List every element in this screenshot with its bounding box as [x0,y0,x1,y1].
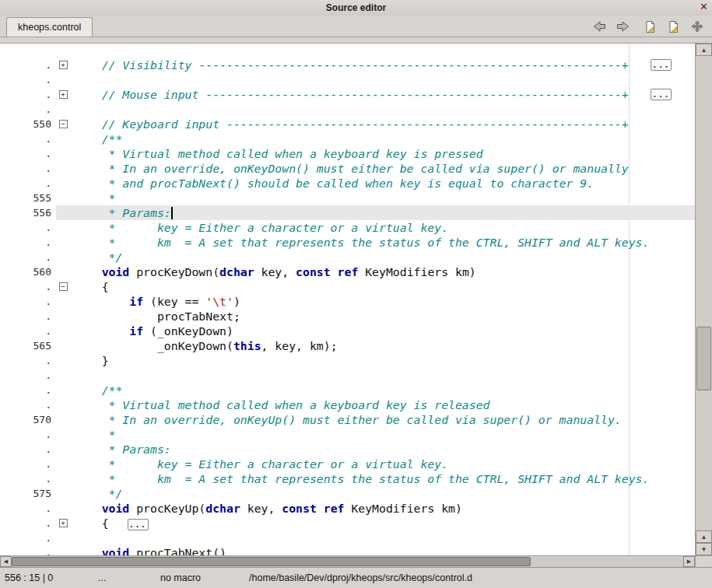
code-text[interactable]: * key = Either a character or a virtual … [70,457,448,471]
code-line[interactable]: . [0,530,695,545]
code-line[interactable]: 565 _onKeyDown(this, key, km); [0,338,695,353]
code-text[interactable]: {... [70,516,149,530]
code-line[interactable]: . * key = Either a character or a virtua… [0,457,695,471]
code-text[interactable] [70,368,74,383]
code-line[interactable]: . [0,72,695,87]
code-line[interactable]: . * [0,427,695,442]
scroll-up-button-2[interactable]: ▲ [696,530,712,543]
code-token [74,265,102,278]
code-line[interactable]: .+ // Visibility -----------------------… [0,58,695,72]
code-line[interactable]: 575 */ [0,486,695,501]
horizontal-scroll-track[interactable] [12,556,683,567]
code-line[interactable]: 556 * Params: [0,205,695,220]
go-forward-button[interactable] [616,19,630,33]
folded-code-ellipsis[interactable]: ... [651,59,672,71]
code-text[interactable]: /** [70,131,122,146]
code-text[interactable]: * In an override, onKeyUp() must either … [70,412,622,427]
horizontal-scroll-thumb[interactable] [12,557,531,566]
line-body: * km = A set that represents the status … [56,235,695,250]
code-pane[interactable]: .+ // Visibility -----------------------… [0,44,695,555]
code-text[interactable]: if (key == '\t') [70,294,240,309]
code-text[interactable]: * [70,427,115,442]
code-line[interactable]: . * Params: [0,442,695,457]
code-line[interactable]: . * Virtual method called when a keyboar… [0,146,695,161]
code-line[interactable]: . procTabNext; [0,309,695,324]
code-text[interactable]: void procKeyDown(dchar key, const ref Ke… [70,264,476,279]
code-line[interactable]: .+ {... [0,516,695,530]
code-line[interactable]: 560 void procKeyDown(dchar key, const re… [0,264,695,279]
code-line[interactable]: . * In an override, onKeyDown() must eit… [0,161,695,176]
code-text[interactable]: * In an override, onKeyDown() must eithe… [70,161,629,176]
code-text[interactable]: */ [70,486,122,501]
code-text[interactable]: // Visibility --------------------------… [70,58,629,72]
code-line[interactable]: . [0,102,695,117]
code-line[interactable]: . } [0,353,695,368]
code-text[interactable]: } [70,353,109,368]
code-text[interactable]: void procKeyUp(dchar key, const ref KeyM… [70,501,462,516]
go-back-button[interactable] [592,19,607,33]
code-line[interactable]: . * key = Either a character or a virtua… [0,220,695,235]
scroll-right-button[interactable]: ▶ [683,556,695,567]
code-text[interactable]: */ [70,250,122,264]
code-text[interactable] [70,530,74,545]
code-area[interactable]: .+ // Visibility -----------------------… [0,44,695,555]
code-text[interactable]: * [70,191,115,205]
code-line[interactable]: . * and procTabNext() should be called w… [0,176,695,191]
code-line[interactable]: . * km = A set that represents the statu… [0,471,695,486]
code-text[interactable]: // Keyboard input ----------------------… [70,117,629,131]
scroll-left-button[interactable]: ◀ [0,556,12,567]
document-open-button[interactable] [643,19,658,33]
code-text[interactable]: * Virtual method called when a keyboard … [70,397,490,412]
code-line[interactable]: . /** [0,131,695,146]
code-text[interactable]: * km = A set that represents the status … [70,471,649,486]
code-text[interactable]: * Params: [70,442,171,457]
code-text[interactable]: /** [70,383,122,397]
code-text[interactable]: * Params: [70,205,173,220]
code-line[interactable]: .− { [0,279,695,294]
code-text[interactable]: void procTabNext() [70,545,226,555]
scroll-up-button[interactable]: ▲ [696,44,712,56]
code-line[interactable]: 570 * In an override, onKeyUp() must eit… [0,412,695,427]
code-text[interactable]: { [70,279,109,294]
code-line[interactable]: . [0,368,695,383]
code-line[interactable]: 550− // Keyboard input -----------------… [0,117,695,131]
code-text[interactable]: _onKeyDown(this, key, km); [70,338,338,353]
code-text[interactable]: * key = Either a character or a virtual … [70,220,448,235]
code-text[interactable] [70,102,74,117]
code-line[interactable]: .+ // Mouse input ----------------------… [0,87,695,102]
fold-toggle-icon[interactable]: − [59,282,68,291]
vertical-scrollbar[interactable]: ▲ ▲ ▼ [695,44,712,555]
code-line[interactable]: 555 * [0,191,695,205]
document-edit-icon [668,20,680,33]
code-line[interactable]: . void procKeyUp(dchar key, const ref Ke… [0,501,695,516]
folded-code-ellipsis[interactable]: ... [651,89,672,100]
tab-kheops-control[interactable]: kheops.control [6,17,93,37]
fold-toggle-icon[interactable]: − [59,120,68,128]
code-text[interactable]: * km = A set that represents the status … [70,235,649,250]
code-token: * Params: [74,443,171,456]
code-line[interactable]: . */ [0,250,695,264]
document-save-button[interactable] [666,19,681,33]
code-text[interactable]: * Virtual method called when a keyboard … [70,146,483,161]
code-text[interactable]: procTabNext; [70,309,240,324]
code-line[interactable]: . * Virtual method called when a keyboar… [0,397,695,412]
code-line[interactable]: . void procTabNext() [0,545,695,555]
vertical-scroll-thumb[interactable] [696,327,711,390]
detach-button[interactable] [689,19,704,33]
fold-toggle-icon[interactable]: + [59,90,68,99]
code-text[interactable]: * and procTabNext() should be called whe… [70,176,594,191]
fold-toggle-icon[interactable]: + [59,519,68,527]
code-text[interactable]: // Mouse input -------------------------… [70,87,629,102]
horizontal-scrollbar[interactable]: ◀ ▶ [0,555,712,567]
scroll-down-button[interactable]: ▼ [696,543,712,555]
close-icon[interactable]: ✕ [700,1,708,12]
code-text[interactable]: if (_onKeyDown) [70,324,233,338]
code-line[interactable]: . if (_onKeyDown) [0,324,695,338]
code-line[interactable]: . if (key == '\t') [0,294,695,309]
fold-toggle-icon[interactable]: + [59,61,68,69]
code-text[interactable] [70,72,74,87]
vertical-scroll-track[interactable] [696,56,712,530]
code-line[interactable]: . /** [0,383,695,397]
code-line[interactable]: . * km = A set that represents the statu… [0,235,695,250]
folded-code-ellipsis[interactable]: ... [128,519,149,530]
